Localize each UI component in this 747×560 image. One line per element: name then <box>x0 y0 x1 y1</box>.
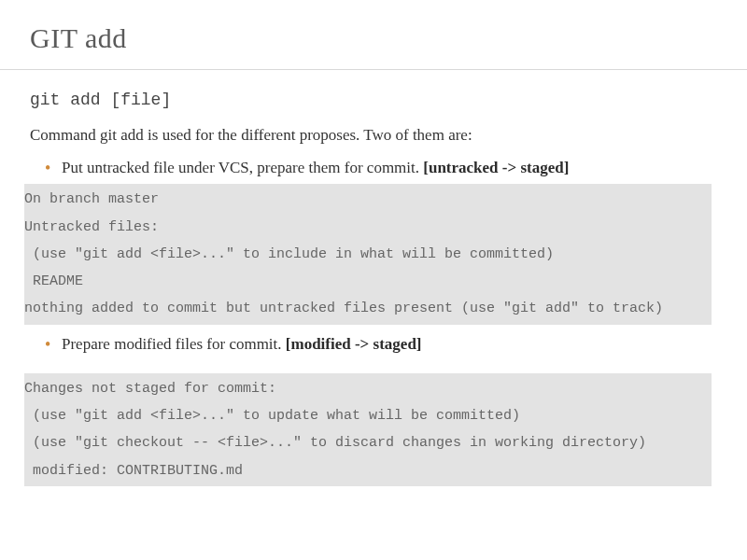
list-item: Prepare modified files for commit. [modi… <box>49 332 717 357</box>
list-item-text: Put untracked file under VCS, prepare th… <box>62 159 423 176</box>
list-item-text: Prepare modified files for commit. <box>62 335 286 353</box>
terminal-output-untracked: On branch master Untracked files: (use "… <box>24 184 712 324</box>
purpose-list: Put untracked file under VCS, prepare th… <box>30 156 717 180</box>
list-item: Put untracked file under VCS, prepare th… <box>49 156 717 180</box>
slide-title: GIT add <box>30 22 717 54</box>
state-transition-tag: [modified -> staged] <box>286 335 422 353</box>
state-transition-tag: [untracked -> staged] <box>423 159 569 176</box>
purpose-list-continued: Prepare modified files for commit. [modi… <box>30 332 717 357</box>
slide-header: GIT add <box>0 0 747 70</box>
slide-content: git add [file] Command git add is used f… <box>0 70 747 486</box>
spacer <box>30 360 717 373</box>
command-syntax: git add [file] <box>30 91 717 109</box>
intro-text: Command git add is used for the differen… <box>30 126 717 145</box>
terminal-output-modified: Changes not staged for commit: (use "git… <box>24 373 712 486</box>
